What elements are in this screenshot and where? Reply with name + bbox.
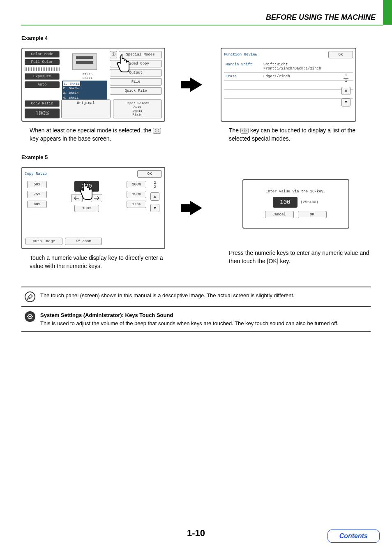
numeric-entry-panel: Enter value via the 10-key. 100 (25~400)…: [242, 179, 349, 229]
tray-2[interactable]: 2. 5½x8½: [63, 86, 78, 90]
cancel-button[interactable]: Cancel: [265, 211, 294, 218]
margin-shift-val1: Shift:Right: [263, 62, 321, 67]
output-button[interactable]: Output: [110, 69, 162, 76]
arrow-right-icon: [190, 201, 202, 215]
empty-row-2: [224, 90, 353, 99]
file-button[interactable]: File: [110, 78, 162, 86]
ratio-80-button[interactable]: 80%: [27, 201, 47, 208]
empty-row-1: [224, 81, 353, 90]
ratio-50-button[interactable]: 50%: [27, 181, 47, 188]
arrow-right-icon: [190, 77, 202, 92]
example5-heading: Example 5: [21, 154, 371, 160]
info-icon-button[interactable]: ⓘ: [110, 51, 117, 58]
scroll-up-button[interactable]: ▲: [341, 87, 350, 95]
erase-val: Edge:1/2inch: [263, 74, 290, 79]
example4-heading: Example 4: [21, 35, 371, 41]
scroll-down-button[interactable]: ▼: [150, 204, 159, 212]
plain-label: Plain 8½x11: [83, 72, 92, 80]
margin-shift-row: Margin Shift Shift:Right Front:1/2inch/B…: [224, 61, 353, 73]
header-green-tab: [383, 0, 392, 25]
xy-zoom-button[interactable]: XY Zoom: [65, 238, 102, 245]
exposure-auto-label: Auto: [25, 81, 60, 88]
info-icon: ⓘ: [153, 128, 161, 134]
example5-caption-right: Press the numeric keys to enter any nume…: [221, 249, 371, 265]
entry-range: (25~400): [301, 200, 318, 204]
scroll-up-button[interactable]: ▲: [150, 192, 159, 201]
auto-image-button[interactable]: Auto Image: [25, 238, 62, 245]
note-system-settings: System Settings (Administrator): Keys To…: [21, 307, 371, 332]
exposure-button[interactable]: Exposure: [25, 73, 60, 80]
note-info-text: The touch panel (screen) shown in this m…: [40, 291, 295, 300]
entry-hint: Enter value via the 10-key.: [266, 190, 326, 194]
quick-file-button[interactable]: Quick File: [110, 87, 162, 95]
copy-ratio-title: Copy Ratio: [25, 172, 47, 176]
dots-decor: [25, 67, 60, 71]
note-settings-body: This is used to adjust the volume of the…: [40, 319, 339, 328]
original-button[interactable]: Original: [61, 99, 111, 118]
full-color-label: Full Color: [25, 59, 60, 65]
note-info: The touch panel (screen) shown in this m…: [21, 287, 371, 307]
tray-3[interactable]: 3. 8½x14: [63, 91, 78, 95]
ok-button[interactable]: OK: [137, 170, 162, 178]
gear-icon: [25, 311, 35, 322]
ratio-175-button[interactable]: 175%: [127, 201, 146, 208]
copy-ratio-panel: Copy Ratio OK 50% 75% 80% 100: [21, 167, 165, 249]
ok-button[interactable]: OK: [328, 51, 353, 58]
ratio-75-button[interactable]: 75%: [27, 191, 47, 198]
color-mode-button[interactable]: Color Mode: [25, 51, 60, 58]
tray-4[interactable]: 4. 8½x11: [63, 96, 78, 99]
margin-shift-label: Margin Shift: [226, 62, 258, 71]
example4-caption-left: When at least one special mode is select…: [21, 127, 171, 143]
ratio-display[interactable]: 100: [74, 181, 99, 192]
example4-caption-right: The ⓘ key can be touched to display a li…: [221, 127, 371, 143]
special-modes-button[interactable]: Special Modes: [119, 51, 162, 58]
zoom-in-button[interactable]: [91, 194, 102, 202]
page-header-title: BEFORE USING THE MACHINE: [266, 13, 376, 22]
two-sided-copy-button[interactable]: 2-Sided Copy: [110, 60, 162, 67]
copy-ratio-button[interactable]: Copy Ratio: [25, 100, 60, 107]
tray-list[interactable]: 1. 8½x11 2. 5½x8½ 3. 8½x14 4. 8½x11: [62, 81, 107, 101]
zoom-out-button[interactable]: [71, 194, 83, 202]
function-review-title: Function Review: [224, 53, 257, 57]
info-icon: ⓘ: [240, 128, 249, 134]
ratio-200-button[interactable]: 200%: [127, 181, 146, 188]
scroll-down-button[interactable]: ▼: [341, 98, 350, 106]
preview-thumbnail: [72, 53, 97, 70]
erase-row: Erase Edge:1/2inch: [224, 73, 353, 81]
svg-point-1: [29, 316, 31, 317]
note-settings-title: System Settings (Administrator): Keys To…: [40, 311, 339, 319]
margin-shift-val2: Front:1/2inch/Back:1/2inch: [263, 67, 321, 71]
copy-ratio-value: 100%: [25, 109, 60, 118]
ratio-100-button[interactable]: 100%: [74, 205, 99, 212]
tray-1[interactable]: 1. 8½x11: [63, 81, 80, 86]
copy-base-screen-panel: Color Mode Full Color Exposure Auto Copy…: [21, 48, 165, 122]
contents-link[interactable]: Contents: [327, 530, 380, 543]
erase-label: Erase: [226, 74, 258, 79]
header-rule: [21, 25, 383, 25]
example5-caption-left: Touch a numeric value display key to dir…: [21, 254, 171, 270]
paper-select-button[interactable]: Paper Select Auto 8½x11 Plain: [113, 99, 162, 118]
function-review-panel: Function Review OK Margin Shift Shift:Ri…: [221, 48, 356, 122]
page-indicator: 2 2: [154, 181, 156, 189]
ok-button[interactable]: OK: [298, 211, 327, 218]
page-indicator: 1 1: [344, 73, 348, 83]
ratio-150-button[interactable]: 150%: [127, 191, 146, 198]
pencil-icon: [25, 291, 35, 302]
entry-display[interactable]: 100: [273, 197, 297, 208]
